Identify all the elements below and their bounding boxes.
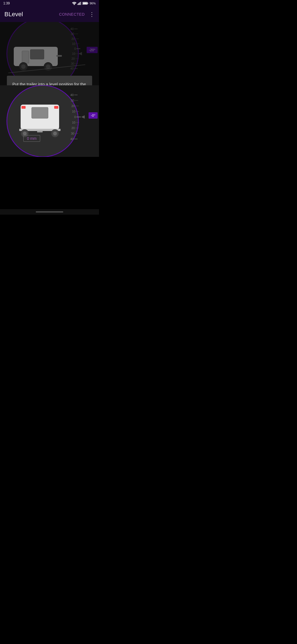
svg-rect-40 <box>32 107 48 118</box>
svg-text:20: 20 <box>72 104 75 108</box>
svg-text:40: 40 <box>70 137 74 141</box>
svg-text:20: 20 <box>72 57 75 60</box>
svg-rect-2 <box>78 3 79 5</box>
status-bar: 1:39 96% <box>0 0 99 7</box>
svg-marker-37 <box>78 52 82 55</box>
svg-text:0: 0 <box>74 47 76 50</box>
svg-rect-42 <box>54 106 58 109</box>
svg-text:10: 10 <box>72 52 75 55</box>
svg-text:10: 10 <box>72 42 75 45</box>
bottom-angle-badge: -0° <box>89 112 98 119</box>
svg-text:40: 40 <box>70 27 74 31</box>
svg-text:40: 40 <box>70 93 74 97</box>
svg-rect-41 <box>21 106 26 109</box>
svg-point-16 <box>46 64 50 69</box>
svg-text:30: 30 <box>71 99 74 102</box>
svg-rect-8 <box>83 3 87 4</box>
svg-rect-4 <box>80 2 81 5</box>
svg-point-45 <box>23 132 27 135</box>
status-bar-right: 96% <box>72 2 96 5</box>
bottom-gauge-area: 40 30 20 10 0 10 20 30 40 <box>0 85 99 157</box>
app-title: BLevel <box>4 11 23 18</box>
svg-text:20: 20 <box>72 37 75 40</box>
svg-rect-7 <box>87 3 88 4</box>
svg-text:30: 30 <box>71 132 74 135</box>
svg-rect-11 <box>30 50 44 59</box>
status-bar-left: 1:39 <box>3 1 10 5</box>
svg-marker-67 <box>81 115 85 119</box>
battery-icon <box>82 2 89 5</box>
svg-text:30: 30 <box>71 32 74 36</box>
content-area: 40 30 20 10 0 10 20 <box>0 22 99 215</box>
svg-point-14 <box>21 64 26 69</box>
svg-rect-12 <box>22 51 29 63</box>
svg-point-47 <box>53 132 57 135</box>
mm-value-badge: 0 mm <box>23 135 40 142</box>
svg-text:40: 40 <box>70 67 74 70</box>
time-display: 1:39 <box>3 1 10 5</box>
top-angle-badge: -20° <box>87 47 98 53</box>
svg-text:20: 20 <box>72 126 75 130</box>
svg-text:0: 0 <box>74 115 76 119</box>
connected-status: CONNECTED <box>59 12 85 17</box>
svg-text:10: 10 <box>72 121 75 124</box>
svg-text:10: 10 <box>72 110 75 113</box>
more-options-icon[interactable]: ⋮ <box>89 11 95 18</box>
bottom-gauge-svg: 40 30 20 10 0 10 20 30 40 <box>0 85 99 157</box>
svg-rect-17 <box>56 55 62 57</box>
svg-rect-1 <box>78 4 78 5</box>
app-bar: BLevel CONNECTED ⋮ <box>0 7 99 22</box>
signal-icon <box>78 2 81 5</box>
navigation-bar <box>0 209 99 215</box>
svg-rect-5 <box>81 2 81 5</box>
svg-text:30: 30 <box>71 62 74 65</box>
battery-label: 96% <box>90 2 96 5</box>
wifi-icon <box>72 2 76 5</box>
app-bar-right: CONNECTED ⋮ <box>59 11 95 18</box>
svg-rect-3 <box>79 2 80 5</box>
svg-point-0 <box>74 4 75 5</box>
svg-rect-48 <box>37 131 43 132</box>
nav-pill <box>36 211 63 212</box>
